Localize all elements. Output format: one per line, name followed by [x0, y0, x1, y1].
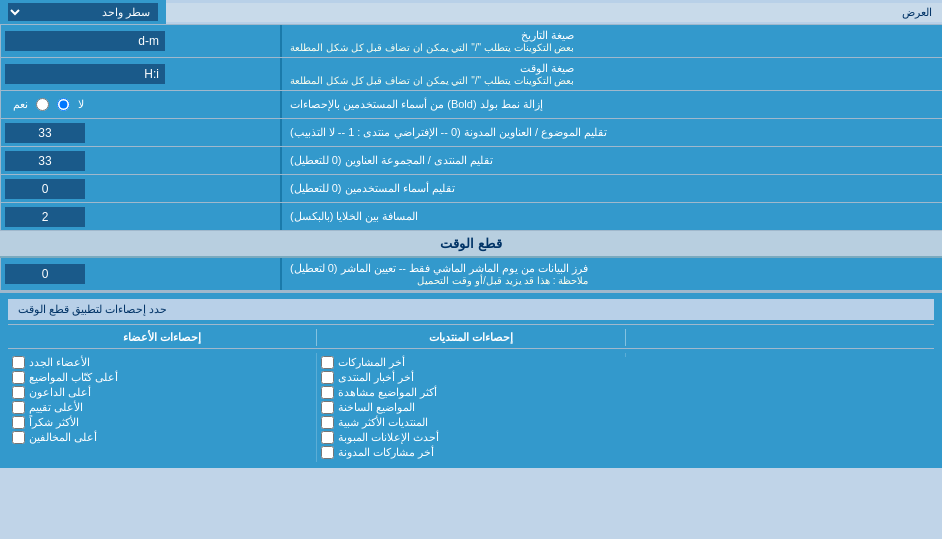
checkbox-blog-posts[interactable] — [321, 446, 334, 459]
forum-trim-field[interactable] — [5, 151, 85, 171]
checkbox-top-referrers[interactable] — [12, 386, 25, 399]
col3-items — [625, 353, 934, 357]
forum-trim-row: تقليم المنتدى / المجموعة العناوين (0 للت… — [0, 147, 942, 175]
cutoff-days-input-wrap — [0, 258, 280, 290]
list-item: الأكثر شكراً — [12, 415, 312, 430]
checkbox-top-posters[interactable] — [12, 371, 25, 384]
cutoff-days-row: فرز البيانات من يوم الماشر الماشي فقط --… — [0, 258, 942, 291]
list-item: أحدث الإعلانات المبوبة — [321, 430, 621, 445]
cutoff-days-label: فرز البيانات من يوم الماشر الماشي فقط --… — [280, 258, 942, 290]
checkbox-last-posts[interactable] — [321, 356, 334, 369]
cutoff-section-header: قطع الوقت — [0, 231, 942, 258]
bold-no-radio[interactable] — [57, 98, 70, 111]
col1-header: إحصاءات الأعضاء — [8, 329, 316, 346]
checkbox-top-rated[interactable] — [12, 401, 25, 414]
list-item: أخر المشاركات — [321, 355, 621, 370]
list-item: أعلى كتّاب المواضيع — [12, 370, 312, 385]
bold-radio-group: لا نعم — [5, 94, 92, 115]
bold-yes-label: نعم — [13, 98, 28, 111]
cells-gap-field[interactable] — [5, 207, 85, 227]
topics-trim-field[interactable] — [5, 123, 85, 143]
col3-header — [625, 329, 934, 346]
bold-remove-input-wrap: لا نعم — [0, 91, 280, 118]
col2-header: إحصاءات المنتديات — [316, 329, 625, 346]
checkbox-forum-news[interactable] — [321, 371, 334, 384]
date-format-field[interactable] — [5, 31, 165, 51]
bold-no-label: لا — [78, 98, 84, 111]
bold-remove-row: إزالة نمط بولد (Bold) من أسماء المستخدمي… — [0, 91, 942, 119]
list-item: الأعضاء الجدد — [12, 355, 312, 370]
define-label: حدد إحصاءات لتطبيق قطع الوقت — [8, 299, 934, 320]
time-format-input-wrap — [0, 58, 280, 90]
list-item: أخر مشاركات المدونة — [321, 445, 621, 460]
bold-remove-label: إزالة نمط بولد (Bold) من أسماء المستخدمي… — [280, 91, 942, 118]
checkbox-most-viewed[interactable] — [321, 386, 334, 399]
checkbox-popular-forums[interactable] — [321, 416, 334, 429]
topics-trim-row: تقليم الموضوع / العناوين المدونة (0 -- ا… — [0, 119, 942, 147]
time-format-label: صيغة الوقت بعض التكوينات يتطلب "/" التي … — [280, 58, 942, 90]
forum-trim-label: تقليم المنتدى / المجموعة العناوين (0 للت… — [280, 147, 942, 174]
checkbox-most-thanked[interactable] — [12, 416, 25, 429]
checkbox-new-members[interactable] — [12, 356, 25, 369]
checkboxes-header-row: إحصاءات المنتديات إحصاءات الأعضاء — [8, 329, 934, 349]
checkboxes-content: أخر المشاركات أخر أخبار المنتدى أكثر الم… — [8, 353, 934, 462]
date-format-row: صيغة التاريخ بعض التكوينات يتطلب "/" الت… — [0, 25, 942, 58]
list-item: المواضيع الساخنة — [321, 400, 621, 415]
users-trim-row: تقليم أسماء المستخدمين (0 للتعطيل) — [0, 175, 942, 203]
users-trim-label: تقليم أسماء المستخدمين (0 للتعطيل) — [280, 175, 942, 202]
list-item: أعلى الداعون — [12, 385, 312, 400]
define-row: حدد إحصاءات لتطبيق قطع الوقت — [8, 299, 934, 325]
bold-yes-radio[interactable] — [36, 98, 49, 111]
users-trim-field[interactable] — [5, 179, 85, 199]
list-item: أخر أخبار المنتدى — [321, 370, 621, 385]
cells-gap-label: المسافة بين الخلايا (بالبكسل) — [280, 203, 942, 230]
col2-items: أخر المشاركات أخر أخبار المنتدى أكثر الم… — [316, 353, 625, 462]
display-select[interactable]: سطر واحد سطرين ثلاثة أسطر — [8, 3, 158, 21]
top-row: العرض سطر واحد سطرين ثلاثة أسطر — [0, 0, 942, 25]
users-trim-input-wrap — [0, 175, 280, 202]
list-item: المنتديات الأكثر شبية — [321, 415, 621, 430]
list-item: أكثر المواضيع مشاهدة — [321, 385, 621, 400]
time-format-row: صيغة الوقت بعض التكوينات يتطلب "/" التي … — [0, 58, 942, 91]
time-format-field[interactable] — [5, 64, 165, 84]
list-item: الأعلى تقييم — [12, 400, 312, 415]
col1-items: الأعضاء الجدد أعلى كتّاب المواضيع أعلى ا… — [8, 353, 316, 447]
checkbox-hot-topics[interactable] — [321, 401, 334, 414]
checkbox-top-violators[interactable] — [12, 431, 25, 444]
checkbox-classified-ads[interactable] — [321, 431, 334, 444]
checkboxes-container: حدد إحصاءات لتطبيق قطع الوقت إحصاءات الم… — [0, 291, 942, 468]
topics-trim-label: تقليم الموضوع / العناوين المدونة (0 -- ا… — [280, 119, 942, 146]
top-label: العرض — [166, 3, 942, 22]
list-item: أعلى المخالفين — [12, 430, 312, 445]
date-format-label: صيغة التاريخ بعض التكوينات يتطلب "/" الت… — [280, 25, 942, 57]
cells-gap-input-wrap — [0, 203, 280, 230]
date-format-input-wrap — [0, 25, 280, 57]
cutoff-days-field[interactable] — [5, 264, 85, 284]
forum-trim-input-wrap — [0, 147, 280, 174]
cells-gap-row: المسافة بين الخلايا (بالبكسل) — [0, 203, 942, 231]
topics-trim-input-wrap — [0, 119, 280, 146]
